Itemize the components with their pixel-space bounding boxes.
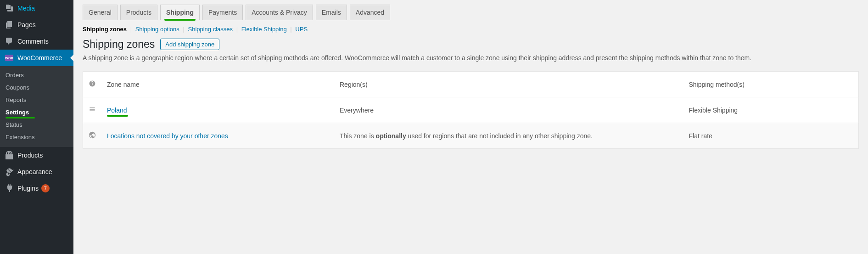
tab-payments[interactable]: Payments — [202, 5, 243, 20]
zone-row: Poland Everywhere Flexible Shipping — [83, 97, 859, 123]
subtab-options[interactable]: Shipping options — [135, 26, 179, 33]
fallback-text-strong: optionally — [376, 132, 406, 140]
media-icon — [5, 4, 14, 13]
separator: | — [290, 26, 291, 33]
plugin-icon — [5, 184, 14, 193]
subtab-ups[interactable]: UPS — [295, 26, 308, 33]
fallback-region-cell: This zone is optionally used for regions… — [334, 123, 683, 149]
menu-label: Comments — [17, 38, 49, 45]
help-icon[interactable] — [89, 81, 96, 89]
woo-submenu: Orders Coupons Reports Settings Status E… — [0, 66, 73, 147]
separator: | — [130, 26, 132, 33]
zone-name-header: Zone name — [101, 72, 334, 97]
tab-label: General — [89, 9, 112, 16]
plugins-badge: 7 — [41, 184, 50, 192]
menu-label: Pages — [17, 21, 36, 28]
sidebar-item-media[interactable]: Media — [0, 0, 73, 17]
submenu-label: Extensions — [6, 134, 35, 141]
region-header: Region(s) — [334, 72, 683, 97]
appearance-icon — [5, 167, 14, 176]
tab-emails[interactable]: Emails — [316, 5, 347, 20]
main-content: General Products Shipping Payments Accou… — [73, 0, 868, 254]
globe-icon — [83, 123, 102, 149]
submenu-item-extensions[interactable]: Extensions — [0, 131, 73, 143]
admin-sidebar: Media Pages Comments woo WooCommerce Ord… — [0, 0, 73, 254]
subtab-classes[interactable]: Shipping classes — [188, 26, 233, 33]
sidebar-item-pages[interactable]: Pages — [0, 17, 73, 33]
tab-shipping[interactable]: Shipping — [160, 5, 200, 20]
woo-icon: woo — [5, 53, 14, 62]
sidebar-item-products[interactable]: Products — [0, 147, 73, 164]
tab-label: Payments — [208, 9, 237, 16]
tab-label: Accounts & Privacy — [252, 9, 307, 16]
fallback-text-pre: This zone is — [340, 132, 376, 140]
fallback-name-cell: Locations not covered by your other zone… — [101, 123, 334, 149]
highlight-underline — [107, 115, 128, 117]
page-description: A shipping zone is a geographic region w… — [83, 53, 859, 63]
submenu-item-status[interactable]: Status — [0, 119, 73, 131]
zone-name-cell: Poland — [101, 97, 334, 123]
sidebar-item-woocommerce[interactable]: woo WooCommerce — [0, 50, 73, 66]
tab-advanced[interactable]: Advanced — [350, 5, 390, 20]
page-title: Shipping zones — [83, 38, 155, 51]
menu-label: WooCommerce — [17, 54, 62, 62]
tab-accounts[interactable]: Accounts & Privacy — [246, 5, 313, 20]
tab-products[interactable]: Products — [120, 5, 157, 20]
submenu-item-reports[interactable]: Reports — [0, 94, 73, 106]
shipping-subtabs: Shipping zones | Shipping options | Ship… — [83, 26, 859, 33]
zone-region-cell: Everywhere — [334, 97, 683, 123]
submenu-label: Settings — [6, 109, 29, 116]
submenu-item-orders[interactable]: Orders — [0, 69, 73, 81]
sidebar-item-plugins[interactable]: Plugins 7 — [0, 180, 73, 197]
subtab-flexible[interactable]: Flexible Shipping — [241, 26, 287, 33]
zone-method-cell: Flexible Shipping — [683, 97, 859, 123]
comment-icon — [5, 37, 14, 46]
submenu-item-coupons[interactable]: Coupons — [0, 81, 73, 94]
active-underline — [164, 19, 196, 21]
method-header: Shipping method(s) — [683, 72, 859, 97]
tab-general[interactable]: General — [83, 5, 118, 20]
page-icon — [5, 20, 14, 29]
product-icon — [5, 151, 14, 160]
menu-label: Appearance — [17, 168, 52, 175]
sidebar-item-comments[interactable]: Comments — [0, 33, 73, 50]
sidebar-item-appearance[interactable]: Appearance — [0, 164, 73, 180]
tab-label: Emails — [322, 9, 341, 16]
table-header-row: Zone name Region(s) Shipping method(s) — [83, 72, 859, 97]
menu-label: Plugins — [17, 185, 39, 192]
tab-label: Shipping — [166, 9, 194, 16]
submenu-label: Orders — [6, 72, 24, 79]
fallback-zone-link[interactable]: Locations not covered by your other zone… — [107, 132, 228, 140]
add-shipping-zone-button[interactable]: Add shipping zone — [160, 39, 219, 50]
submenu-label: Status — [6, 121, 22, 128]
subtab-zones[interactable]: Shipping zones — [83, 26, 127, 33]
submenu-item-settings[interactable]: Settings — [0, 106, 73, 119]
settings-tabs: General Products Shipping Payments Accou… — [83, 5, 859, 20]
separator: | — [236, 26, 238, 33]
fallback-zone-row: Locations not covered by your other zone… — [83, 123, 859, 149]
menu-label: Products — [17, 152, 43, 159]
app-root: Media Pages Comments woo WooCommerce Ord… — [0, 0, 868, 254]
menu-label: Media — [17, 5, 35, 12]
help-header — [83, 72, 102, 97]
shipping-zones-table: Zone name Region(s) Shipping method(s) P… — [83, 71, 859, 149]
fallback-method-cell: Flat rate — [683, 123, 859, 149]
tab-label: Products — [126, 9, 151, 16]
woo-badge-text: woo — [5, 55, 13, 61]
zone-link[interactable]: Poland — [107, 107, 127, 114]
separator: | — [183, 26, 184, 33]
zone-name: Poland — [107, 107, 127, 114]
submenu-label: Coupons — [6, 84, 29, 91]
drag-handle[interactable] — [83, 97, 102, 123]
submenu-label: Reports — [6, 96, 27, 103]
fallback-text-post: used for regions that are not included i… — [406, 132, 593, 140]
page-header: Shipping zones Add shipping zone — [83, 38, 859, 51]
tab-label: Advanced — [356, 9, 384, 16]
